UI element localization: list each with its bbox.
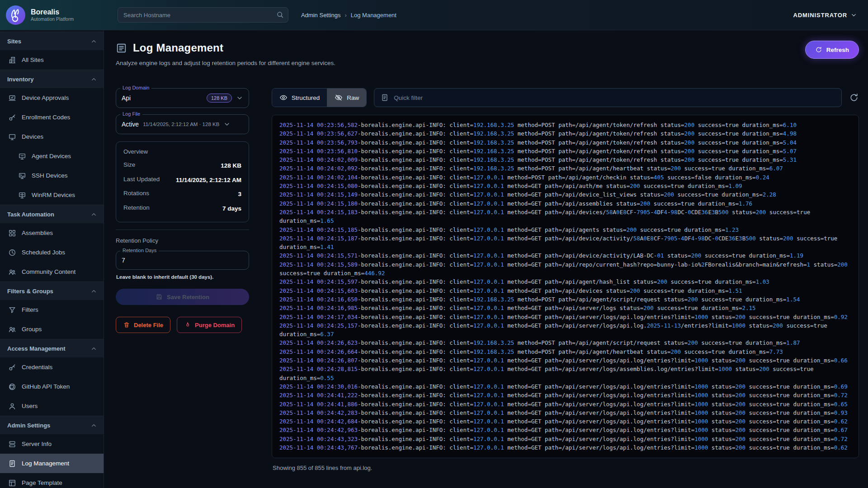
sidebar-item-community-content[interactable]: Community Content [0, 262, 104, 282]
log-line: 2025-11-14 00:24:16,985-borealis.engine.… [279, 304, 851, 312]
refresh-icon [815, 46, 822, 53]
overview-row-rotations: Rotations3 [123, 190, 241, 199]
credentials-icon [8, 363, 16, 371]
save-retention-button[interactable]: Save Retention [116, 289, 249, 305]
sidebar-item-server-info[interactable]: Server Info [0, 434, 104, 454]
log-line: 2025-11-14 00:24:42,963-borealis.engine.… [279, 426, 851, 434]
ssh-devices-icon [18, 172, 26, 180]
log-line: 2025-11-14 00:24:15,185-borealis.engine.… [279, 225, 851, 234]
brand-tagline: Automation Platform [31, 16, 74, 22]
log-line: 2025-11-14 00:24:15,183-borealis.engine.… [279, 208, 851, 225]
user-menu[interactable]: ADMINISTRATOR [793, 12, 857, 19]
filters-icon [8, 306, 16, 314]
chevron-up-icon [90, 288, 97, 295]
sidebar-item-all-sites[interactable]: All Sites [0, 50, 104, 70]
view-mode-structured[interactable]: Structured [272, 89, 327, 107]
delete-file-button[interactable]: Delete File [116, 317, 170, 333]
retention-days-input[interactable] [122, 257, 243, 264]
log-line: 2025-11-14 00:24:41,886-borealis.engine.… [279, 400, 851, 408]
log-controls-panel: Log Domain Api 128 KB Log File Active 11… [116, 88, 249, 488]
user-menu-label: ADMINISTRATOR [793, 12, 847, 19]
sidebar-item-devices[interactable]: Devices [0, 127, 104, 146]
sidebar-section-task-automation[interactable]: Task Automation [0, 205, 104, 223]
log-line: 2025-11-14 00:24:28,815-borealis.engine.… [279, 365, 851, 382]
log-file-meta: 11/14/2025, 2:12:12 AM · 128 KB [143, 122, 219, 127]
log-line: 2025-11-14 00:23:56,793-borealis.engine.… [279, 138, 851, 147]
chevron-down-icon [223, 121, 231, 128]
reload-log-icon[interactable] [849, 93, 859, 103]
eye-icon [279, 94, 288, 102]
log-line: 2025-11-14 00:23:56,627-borealis.engine.… [279, 129, 851, 138]
hostname-search [118, 7, 288, 23]
sidebar-section-inventory[interactable]: Inventory [0, 70, 104, 88]
chevron-down-icon [236, 94, 243, 102]
sidebar-item-github-api-token[interactable]: GitHub API Token [0, 377, 104, 396]
purge-domain-button[interactable]: Purge Domain [177, 317, 242, 333]
log-filter-icon [381, 94, 389, 102]
main-content: Log Management Analyze engine logs and a… [104, 30, 868, 488]
log-line: 2025-11-14 00:24:02,009-borealis.engine.… [279, 155, 851, 164]
log-line: 2025-11-14 00:24:42,283-borealis.engine.… [279, 408, 851, 417]
winrm-devices-icon [18, 191, 26, 199]
sidebar-section-access-management[interactable]: Access Management [0, 339, 104, 357]
log-line: 2025-11-14 00:24:02,104-borealis.engine.… [279, 173, 851, 182]
log-output[interactable]: 2025-11-14 00:23:56,582-borealis.engine.… [272, 115, 859, 458]
log-file-label: Log File [120, 111, 142, 117]
sites-icon [8, 56, 16, 64]
sidebar-section-sites[interactable]: Sites [0, 32, 104, 50]
sidebar-item-filters[interactable]: Filters [0, 300, 104, 319]
page-title: Log Management [133, 42, 223, 54]
brand[interactable]: Borealis Automation Platform [5, 5, 118, 25]
sidebar-item-agent-devices[interactable]: Agent Devices [0, 146, 104, 166]
device-approvals-icon [8, 94, 16, 102]
log-line: 2025-11-14 00:24:26,623-borealis.engine.… [279, 338, 851, 347]
log-line: 2025-11-14 00:23:56,582-borealis.engine.… [279, 121, 851, 129]
viewer-toolbar: StructuredRaw [272, 88, 859, 107]
log-line: 2025-11-14 00:24:15,603-borealis.engine.… [279, 286, 851, 295]
save-icon [156, 293, 163, 300]
sidebar-item-users[interactable]: Users [0, 396, 104, 416]
log-line: 2025-11-14 00:24:41,222-borealis.engine.… [279, 391, 851, 399]
sidebar-section-admin-settings[interactable]: Admin Settings [0, 416, 104, 434]
log-line: 2025-11-14 00:24:15,187-borealis.engine.… [279, 234, 851, 252]
sidebar-item-winrm-devices[interactable]: WinRM Devices [0, 185, 104, 205]
overview-row-size: Size128 KB [123, 161, 241, 170]
search-input[interactable] [118, 7, 288, 23]
log-line: 2025-11-14 00:23:56,810-borealis.engine.… [279, 147, 851, 155]
sidebar-item-groups[interactable]: Groups [0, 319, 104, 339]
log-line: 2025-11-14 00:24:16,650-borealis.engine.… [279, 295, 851, 304]
flame-icon [184, 321, 191, 328]
log-line: 2025-11-14 00:24:30,016-borealis.engine.… [279, 382, 851, 391]
devices-icon [8, 133, 16, 141]
page-header: Log Management Analyze engine logs and a… [116, 42, 859, 66]
sidebar-item-scheduled-jobs[interactable]: Scheduled Jobs [0, 243, 104, 262]
log-domain-size-badge: 128 KB [207, 94, 232, 103]
log-line: 2025-11-14 00:24:43,767-borealis.engine.… [279, 443, 851, 452]
refresh-button[interactable]: Refresh [805, 41, 859, 59]
log-file-value: Active [122, 121, 139, 128]
sidebar-item-device-approvals[interactable]: Device Approvals [0, 88, 104, 108]
groups-icon [8, 325, 16, 333]
view-mode-raw[interactable]: Raw [327, 89, 366, 107]
breadcrumb-log-management[interactable]: Log Management [351, 12, 396, 19]
sidebar-item-enrollment-codes[interactable]: Enrollment Codes [0, 108, 104, 127]
sidebar-item-ssh-devices[interactable]: SSH Devices [0, 166, 104, 185]
sidebar-item-credentials[interactable]: Credentials [0, 357, 104, 377]
log-file-select[interactable]: Log File Active 11/14/2025, 2:12:12 AM ·… [116, 114, 249, 134]
log-line: 2025-11-14 00:24:15,080-borealis.engine.… [279, 182, 851, 190]
eye-off-icon [335, 94, 343, 102]
chevron-up-icon [90, 211, 97, 218]
sidebar-item-assemblies[interactable]: Assemblies [0, 223, 104, 243]
log-line: 2025-11-14 00:24:15,149-borealis.engine.… [279, 190, 851, 199]
users-icon [8, 402, 16, 410]
breadcrumb-admin-settings[interactable]: Admin Settings [301, 12, 340, 19]
chevron-up-icon [90, 422, 97, 429]
sidebar-item-page-template[interactable]: Page Template [0, 473, 104, 488]
log-domain-select[interactable]: Log Domain Api 128 KB [116, 88, 249, 108]
retention-days-field: Retention Days [116, 251, 249, 270]
sidebar-section-filters-groups[interactable]: Filters & Groups [0, 282, 104, 300]
log-viewer-panel: StructuredRaw 2025-11-14 00:23:56,582-bo… [272, 88, 859, 488]
sidebar-item-log-management[interactable]: Log Management [0, 454, 104, 473]
quick-filter-input[interactable] [394, 94, 835, 101]
trash-icon [123, 321, 130, 328]
